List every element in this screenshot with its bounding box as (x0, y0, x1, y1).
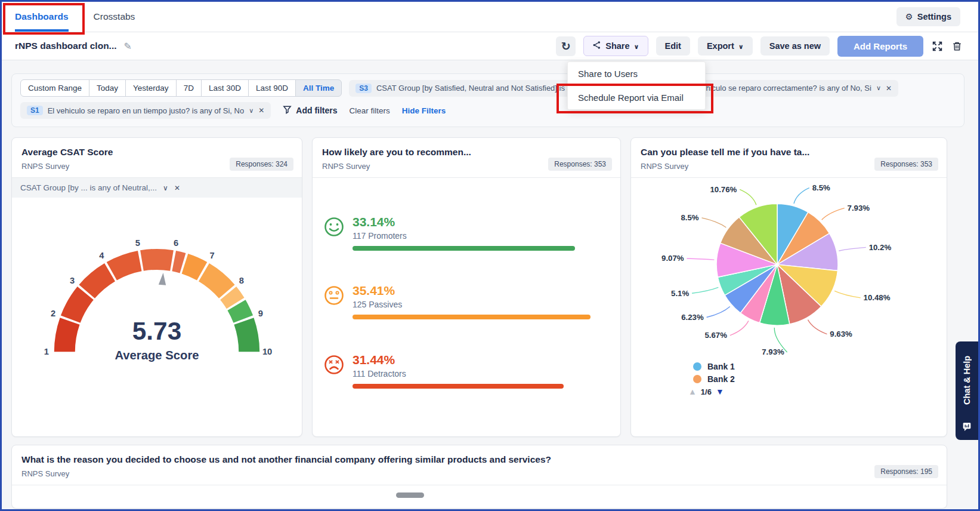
svg-text:7.93%: 7.93% (762, 347, 784, 356)
range-all-time[interactable]: All Time (295, 79, 342, 97)
refresh-button[interactable]: ↻ (556, 36, 576, 56)
responses-badge: Responses: 195 (874, 465, 938, 478)
range-7d[interactable]: 7D (176, 79, 202, 97)
settings-button[interactable]: ⚙ Settings (896, 7, 960, 26)
chevron-down-icon[interactable]: ∨ (876, 84, 881, 92)
funnel-icon (283, 105, 292, 116)
detractor-angry-face-icon (323, 353, 345, 389)
card-filter-text: CSAT Group [by ... is any of Neutral,... (20, 183, 157, 192)
legend-page-down-icon[interactable]: ▼ (716, 387, 724, 396)
remove-filter-icon[interactable]: ✕ (886, 84, 892, 93)
gear-icon: ⚙ (905, 12, 913, 21)
legend-pagination: ▲ 1/6 ▼ (688, 387, 947, 396)
save-as-new-button[interactable]: Save as new (760, 36, 830, 56)
fullscreen-icon[interactable] (931, 40, 944, 53)
remove-filter-icon[interactable]: ✕ (258, 106, 264, 115)
card-title: How likely are you to recommen... (322, 147, 611, 158)
passives-percent: 35.41% (353, 284, 591, 298)
detractors-count: 111 Detractors (353, 369, 591, 378)
tab-crosstabs[interactable]: Crosstabs (94, 2, 135, 32)
add-filters-button[interactable]: Add filters (283, 105, 337, 116)
card-reason-question: What is the reason you decided to choose… (11, 445, 947, 509)
horizontal-scrollbar-thumb[interactable] (396, 492, 424, 498)
svg-text:7: 7 (209, 251, 214, 260)
passive-neutral-face-icon (323, 284, 345, 319)
detractors-percent: 31.44% (353, 353, 591, 367)
tab-dashboards[interactable]: Dashboards (15, 2, 69, 32)
svg-text:9.07%: 9.07% (661, 254, 684, 263)
card-nps: How likely are you to recommen... RNPS S… (312, 137, 621, 437)
filter-chip-s1[interactable]: S1 El vehiculo se reparo en un tiempo ju… (20, 102, 271, 119)
svg-text:1: 1 (44, 347, 49, 356)
svg-text:9: 9 (258, 309, 263, 319)
filter-chip-s1-text: El vehiculo se reparo en un tiempo justo… (48, 106, 245, 115)
responses-badge: Responses: 353 (874, 158, 938, 171)
svg-text:5.1%: 5.1% (671, 289, 689, 298)
chat-bubble-icon (962, 421, 972, 435)
card-title: Can you please tell me if you have ta... (641, 147, 937, 158)
legend-label: Bank 2 (707, 374, 735, 384)
svg-text:9.63%: 9.63% (830, 330, 852, 338)
responses-badge: Responses: 353 (548, 158, 612, 171)
filter-badge-s3: S3 (355, 84, 372, 93)
export-button[interactable]: Export ∨ (698, 36, 753, 56)
nps-bar (353, 315, 591, 319)
add-reports-label: Add Reports (854, 41, 907, 51)
menu-item-schedule-report-via-email[interactable]: Schedule Report via Email (568, 85, 705, 109)
hide-filters-button[interactable]: Hide Filters (402, 106, 446, 115)
svg-text:5.73: 5.73 (132, 317, 181, 345)
promoters-percent: 33.14% (353, 215, 591, 229)
svg-text:5: 5 (135, 238, 140, 248)
dashboard-title: rNPS dashboard clon... (15, 41, 117, 51)
card-title: What is the reason you decided to choose… (21, 454, 937, 465)
svg-text:10: 10 (262, 347, 272, 356)
range-last-90d[interactable]: Last 90D (248, 79, 296, 97)
card-pie-question: Can you please tell me if you have ta...… (630, 137, 947, 437)
svg-text:8.5%: 8.5% (681, 213, 698, 222)
chevron-down-icon[interactable]: ∨ (249, 107, 253, 115)
range-last-30d[interactable]: Last 30D (201, 79, 249, 97)
promoters-count: 117 Promoters (353, 231, 591, 241)
svg-text:2: 2 (51, 309, 55, 319)
svg-text:7.93%: 7.93% (848, 204, 870, 213)
svg-text:3: 3 (70, 276, 75, 285)
legend-dot (693, 362, 701, 371)
passives-count: 125 Passives (353, 300, 591, 309)
share-button[interactable]: Share ∨ (583, 36, 648, 56)
filter-chip-s3-text: CSAT Group [by Satisfied, Neutral and No… (376, 84, 586, 93)
clear-filters-button[interactable]: Clear filters (350, 106, 390, 115)
nps-row-detractors: 31.44% 111 Detractors (323, 353, 591, 389)
svg-text:5.67%: 5.67% (704, 331, 727, 340)
legend-label: Bank 1 (707, 362, 735, 371)
csat-gauge-chart: 123456789105.73Average Score (25, 226, 289, 368)
chat-help-label: Chat & Help (956, 347, 978, 413)
top-tabs: Dashboards Crosstabs (2, 2, 135, 32)
legend-item[interactable]: Bank 1 (693, 362, 947, 371)
filter-badge-s1: S1 (27, 106, 43, 115)
edit-title-pencil-icon[interactable]: ✎ (124, 41, 132, 52)
legend-dot (693, 375, 701, 383)
edit-button[interactable]: Edit (656, 36, 690, 56)
menu-item-share-to-users[interactable]: Share to Users (568, 62, 705, 85)
legend-page-up-icon[interactable]: ▲ (688, 387, 697, 396)
banks-pie-chart: 8.5%7.93%10.2%10.48%9.63%7.93%5.67%6.23%… (631, 178, 923, 359)
svg-text:6.23%: 6.23% (681, 313, 704, 322)
card-filter-chip[interactable]: CSAT Group [by ... is any of Neutral,...… (12, 178, 302, 198)
app-window: Dashboards Crosstabs ⚙ Settings rNPS das… (0, 0, 980, 511)
delete-dashboard-trash-icon[interactable] (951, 41, 963, 52)
chevron-down-icon[interactable]: ∨ (163, 184, 168, 192)
chat-help-tab[interactable]: Chat & Help (956, 341, 978, 440)
nps-row-promoters: 33.14% 117 Promoters (323, 215, 591, 251)
range-custom[interactable]: Custom Range (20, 79, 89, 97)
add-filters-label: Add filters (296, 106, 337, 115)
add-reports-button[interactable]: Add Reports (837, 36, 923, 57)
card-title: Average CSAT Score (21, 147, 292, 158)
svg-text:8.5%: 8.5% (812, 183, 830, 192)
legend-item[interactable]: Bank 2 (693, 374, 947, 384)
remove-filter-icon[interactable]: ✕ (174, 184, 180, 192)
range-today[interactable]: Today (89, 79, 126, 97)
svg-text:6: 6 (174, 238, 178, 248)
filter-chip-s3-text-continued: hiculo se reparo correctamente? is any o… (706, 84, 871, 93)
range-yesterday[interactable]: Yesterday (125, 79, 177, 97)
svg-text:10.2%: 10.2% (869, 243, 892, 252)
